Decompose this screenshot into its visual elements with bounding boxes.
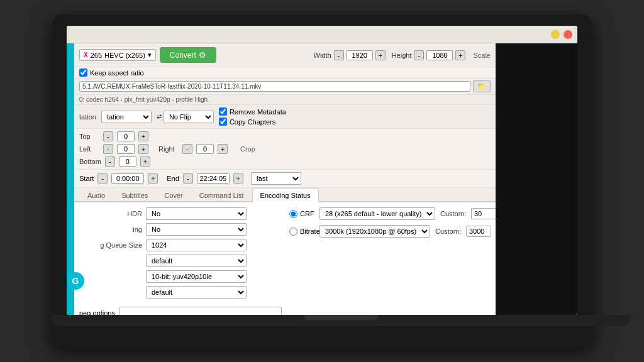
close-btn[interactable] [564,30,572,39]
enc-right-panel: CRF 28 (x265 default - lower quality) Cu… [289,207,491,315]
laptop-notch [303,315,379,320]
start-plus-btn[interactable]: + [148,173,158,184]
bottom-crop-minus[interactable]: - [105,156,115,167]
crf-select[interactable]: 28 (x265 default - lower quality) [319,207,435,220]
height-minus-btn[interactable]: - [414,50,424,60]
end-minus-btn[interactable]: - [183,173,193,184]
height-label: Height [392,52,412,59]
browse-button[interactable]: 📁 [473,80,491,92]
top-crop-label: Top [79,133,99,140]
preset2-select[interactable]: 10-bit: yuv420p10le [146,270,247,283]
bottom-crop-value[interactable]: 0 [119,156,136,167]
keep-aspect-checkbox[interactable] [79,69,87,77]
dng-select[interactable]: No [146,223,247,236]
options-text-row: peg options [79,307,282,315]
preset3-select[interactable]: default [146,286,247,299]
codec-selector[interactable]: X 265 HEVC (x265) ▾ [79,49,156,61]
copy-chapters-checkbox[interactable] [219,118,227,126]
queue-row: g Queue Size 1024 [79,239,282,251]
width-plus-btn[interactable]: + [375,50,386,60]
app-logo: G [67,272,84,290]
toolbar-row: X 265 HEVC (x265) ▾ Convert ⚙ Width [74,43,496,67]
bitrate-radio-label[interactable]: Bitrate [289,228,314,236]
left-crop-value[interactable]: 0 [117,144,135,154]
top-crop-plus[interactable]: + [138,131,148,141]
bitrate-radio[interactable] [289,228,297,236]
crop-section: Top - 0 + Left - 0 + Right - 0 [74,129,496,170]
convert-button[interactable]: Convert ⚙ [160,47,216,63]
top-crop-row: Top - 0 + [79,131,491,141]
laptop-screen: X 265 HEVC (x265) ▾ Convert ⚙ Width [67,26,577,315]
tab-subtitles[interactable]: Subtitles [113,188,156,202]
codec-info-text: 0: codec h264 - pix_fmt yuv420p - profil… [79,96,208,103]
bottom-crop-label: Bottom [79,158,101,165]
enc-left-panel: HDR No ing No [79,207,282,315]
tab-cover[interactable]: Cover [156,188,191,202]
left-crop-plus[interactable]: + [138,144,148,154]
crf-radio-label[interactable]: CRF [289,210,314,218]
preset1-select[interactable]: default [146,255,247,267]
width-label: Width [314,52,331,59]
filepath-input[interactable] [79,81,470,92]
dng-row: ing No [79,223,282,236]
video-preview-panel [496,43,577,315]
rotation-select[interactable]: tation [101,111,152,123]
keep-aspect-row: Keep aspect ratio [74,67,496,79]
rotation-label: tation [79,113,96,121]
height-value[interactable]: 1080 [426,50,453,60]
width-value[interactable]: 1920 [347,50,373,60]
codec-info-row: 0: codec h264 - pix_fmt yuv420p - profil… [74,95,496,105]
time-row: Start - 0:00:00 + End - 22:24.05 + fast [74,170,496,188]
options-text-input[interactable] [119,307,282,315]
copy-chapters-item: Copy Chapters [219,118,286,126]
width-minus-btn[interactable]: - [334,50,344,60]
crf-radio[interactable] [289,210,297,218]
options-row: tation tation ⇌ No Flip [74,105,496,129]
tab-encoding-status[interactable]: Encoding Status [252,188,319,202]
speed-select[interactable]: fast [251,172,301,185]
start-minus-btn[interactable]: - [97,173,108,184]
end-value[interactable]: 22:24.05 [197,173,230,184]
remove-metadata-checkbox[interactable] [219,107,227,116]
content-panel: HDR No ing No [74,202,496,315]
scale-label: Scale [473,52,491,59]
crf-label: CRF [300,210,314,217]
end-plus-btn[interactable]: + [233,173,243,184]
codec-full-label: HEVC (x265) [104,52,145,59]
codec-chevron-icon: ▾ [148,51,152,59]
end-label: End [167,175,179,182]
bitrate-custom-input[interactable] [466,226,491,237]
right-crop-minus[interactable]: - [182,144,192,154]
dng-label: ing [79,226,142,233]
crf-custom-input[interactable] [471,208,496,219]
laptop-base [52,315,630,326]
flip-icon: ⇌ [157,113,162,120]
preset1-row: default [79,255,282,267]
crf-row: CRF 28 (x265 default - lower quality) Cu… [289,207,491,220]
right-crop-label: Right [158,145,179,153]
hdr-select[interactable]: No [146,207,247,220]
right-crop-value[interactable]: 0 [196,144,214,154]
preset2-row: 10-bit: yuv420p10le [79,270,282,283]
flip-selector: ⇌ No Flip [157,111,214,123]
left-crop-minus[interactable]: - [103,144,113,154]
flip-select[interactable]: No Flip [164,111,214,123]
bitrate-custom-label: Custom: [435,228,461,235]
tab-audio[interactable]: Audio [79,188,113,202]
tab-command-list[interactable]: Command List [191,188,252,202]
options-peg-label: peg options [79,309,115,315]
bottom-crop-row: Bottom - 0 + [79,156,491,167]
hdr-label: HDR [79,210,142,217]
top-crop-minus[interactable]: - [103,131,113,141]
top-crop-value[interactable]: 0 [117,131,135,141]
queue-select[interactable]: 1024 [146,239,247,251]
right-crop-plus[interactable]: + [218,144,228,154]
crop-label: Crop [240,145,255,153]
encoding-panel: HDR No ing No [79,207,491,315]
convert-label: Convert [170,51,196,60]
height-plus-btn[interactable]: + [455,50,465,60]
bitrate-select[interactable]: 3000k (1920x1080p @ 60fps) [319,225,430,238]
minimize-btn[interactable] [551,30,560,39]
bottom-crop-plus[interactable]: + [140,156,150,167]
start-value[interactable]: 0:00:00 [111,173,144,184]
